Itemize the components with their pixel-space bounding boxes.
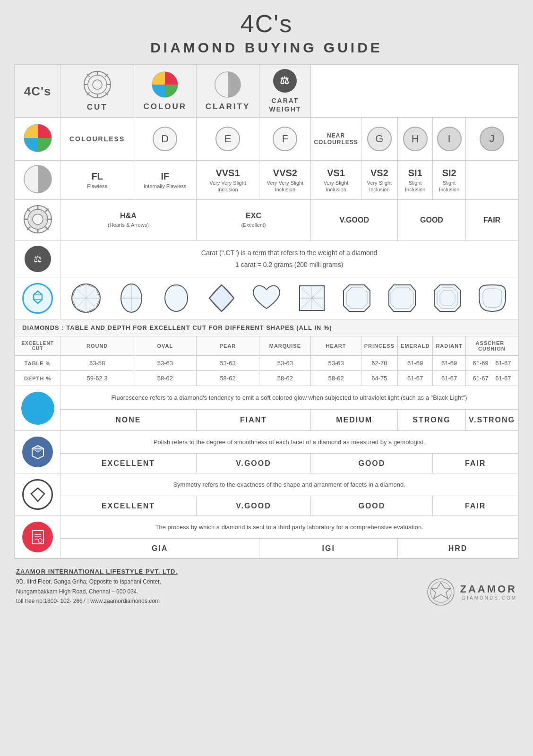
emerald-shape [340, 281, 374, 315]
depth-emerald: 61-67 [398, 371, 433, 386]
depth-marquise: 58-62 [259, 371, 311, 386]
shapes-table-header: EXCELLENTCUT ROUND OVAL PEAR MARQUISE HE… [15, 336, 518, 356]
svg-line-32 [38, 300, 42, 303]
footer: ZAAMOR INTERNATIONAL LIFESTYLE PVT. LTD.… [14, 567, 519, 606]
certificate-info-row: The process by which a diamond is sent t… [15, 516, 518, 538]
depth-pear: 58-62 [196, 371, 259, 386]
radiant-shape [385, 281, 419, 315]
svg-marker-38 [72, 284, 100, 312]
col-header-excellent-cut: EXCELLENTCUT [15, 336, 60, 356]
symmetry-icon [22, 479, 53, 510]
col-header-asscher-cushion: ASSCHER CUSHION [465, 336, 518, 356]
main-title: 4C's [14, 9, 519, 38]
footer-left: ZAAMOR INTERNATIONAL LIFESTYLE PVT. LTD.… [16, 567, 178, 606]
certificate-grades-row: GIA IGI HRD [15, 538, 518, 558]
zaamor-domain: DIAMONDS.COM [460, 595, 517, 601]
clarity-si2: SI2 Slight Inclusion [433, 161, 466, 200]
col-header-round: ROUND [60, 336, 134, 356]
clarity-vvs1: VVS1 Very Very Slight Inclusion [196, 161, 259, 200]
footer-contact: toll free no:1800- 102- 2667 | www.zaamo… [16, 596, 178, 606]
fluoro-medium: MEDIUM [311, 410, 398, 431]
header-4cs: 4C's [15, 65, 60, 118]
cut-gear-icon [83, 70, 112, 99]
svg-line-31 [34, 300, 38, 303]
certificate-icon [22, 522, 53, 552]
fluorescence-icon [21, 392, 54, 425]
depth-heart: 58-62 [311, 371, 361, 386]
diamond-icon [29, 444, 46, 461]
footer-right: ZAAMOR DIAMONDS.COM [427, 578, 517, 606]
depth-asscher-cushion: 61-67 61-67 [465, 371, 518, 386]
svg-marker-57 [31, 488, 44, 501]
certificate-info-text: The process by which a diamond is sent t… [60, 516, 518, 538]
shapes-table-title-row: DIAMONDS : TABLE AND DEPTH FOR EXCELLENT… [15, 319, 518, 336]
clarity-vs2: VS2 Very Slight Inclusion [361, 161, 397, 200]
clarity-icon [214, 71, 241, 98]
polish-icon-cell [15, 431, 60, 473]
sub-title: DIAMOND BUYING GUIDE [14, 40, 519, 56]
table-emerald: 61-69 [398, 356, 433, 371]
fluoro-fiant: FIANT [196, 410, 311, 431]
cut-row-icon [15, 200, 60, 241]
round-shape [69, 281, 103, 315]
colour-d: D [134, 118, 196, 161]
cut-ha: H&A (Hearts & Arrows) [60, 200, 196, 241]
polish-grades-row: EXCELLENT V.GOOD GOOD FAIR [15, 453, 518, 473]
cut-fair: FAIR [465, 200, 518, 241]
header-clarity: CLARITY [196, 65, 259, 118]
colour-row-icon [15, 118, 60, 161]
zaamor-brand-name: ZAAMOR [460, 583, 517, 595]
header-carat-label: CARAT WEIGHT [262, 96, 308, 113]
fluoro-vstrong: V.STRONG [465, 410, 518, 431]
company-name: ZAAMOR INTERNATIONAL LIFESTYLE PVT. LTD. [16, 567, 178, 577]
header-colour-label: COLOUR [143, 102, 187, 112]
footer-address1: 9D, IIIrd Floor, Ganga Griha, Opposite t… [16, 577, 178, 586]
oval-shape [114, 281, 148, 315]
header-carat: ⚖ CARAT WEIGHT [259, 65, 311, 118]
colour-g-circle: G [367, 127, 392, 151]
depth-princess: 64-75 [361, 371, 397, 386]
symmetry-vgood: V.GOOD [196, 496, 311, 516]
heart-shape [249, 281, 284, 315]
polish-excellent: EXCELLENT [60, 453, 196, 473]
depth-radiant: 61-67 [433, 371, 466, 386]
symmetry-info-text: Symmetry refers to the exactness of the … [60, 473, 518, 496]
certificate-icon-cell [15, 516, 60, 559]
fluorescence-grades-row: NONE FIANT MEDIUM STRONG V.STRONG [15, 410, 518, 431]
depth-percent-label: DEPTH % [15, 371, 60, 386]
table-pear: 53-63 [196, 356, 259, 371]
cert-hrd: HRD [398, 538, 518, 558]
colour-g: G [361, 118, 397, 161]
carat-row-icon: ⚖ [15, 241, 60, 277]
colour-h: H [398, 118, 433, 161]
cert-igi: IGI [259, 538, 398, 558]
pear-shape [159, 281, 193, 315]
carat-row-icon-circle: ⚖ [25, 246, 51, 272]
svg-point-1 [88, 75, 107, 94]
polish-vgood: V.GOOD [196, 453, 311, 473]
table-radiant: 61-69 [433, 356, 466, 371]
clarity-row-icon-svg [23, 164, 52, 194]
colour-e: E [196, 118, 259, 161]
symmetry-grades-row: EXCELLENT V.GOOD GOOD FAIR [15, 496, 518, 516]
table-percent-label: TABLE % [15, 356, 60, 371]
shapes-row-icon [15, 277, 60, 319]
diamond-shapes-row [15, 277, 518, 319]
svg-marker-49 [389, 285, 415, 311]
symmetry-icon-cell [15, 473, 60, 516]
col-header-radiant: RADIANT [433, 336, 466, 356]
header-row: 4C's [15, 65, 518, 118]
cut-vgood: V.GOOD [311, 200, 398, 241]
polish-info-text: Polish refers to the degree of smoothnes… [60, 431, 518, 453]
colour-f: F [259, 118, 311, 161]
header-clarity-label: CLARITY [206, 102, 250, 112]
fluorescence-info-row: Fluorescence refers to a diamond's tende… [15, 386, 518, 410]
fluoro-strong: STRONG [398, 410, 466, 431]
footer-address2: Nungambakkam High Road, Chennai – 600 03… [16, 587, 178, 596]
zaamor-logo-text-container: ZAAMOR DIAMONDS.COM [460, 583, 517, 601]
clarity-grades-row: FL Flawless IF Internally Flawless VVS1 … [15, 161, 518, 200]
fluorescence-icon-cell [15, 386, 60, 431]
carat-info-text: Carat (".CT") is a term that refers to t… [60, 241, 518, 277]
symmetry-info-row: Symmetry refers to the exactness of the … [15, 473, 518, 496]
clarity-vvs2: VVS2 Very Very Slight Inclusion [259, 161, 311, 200]
